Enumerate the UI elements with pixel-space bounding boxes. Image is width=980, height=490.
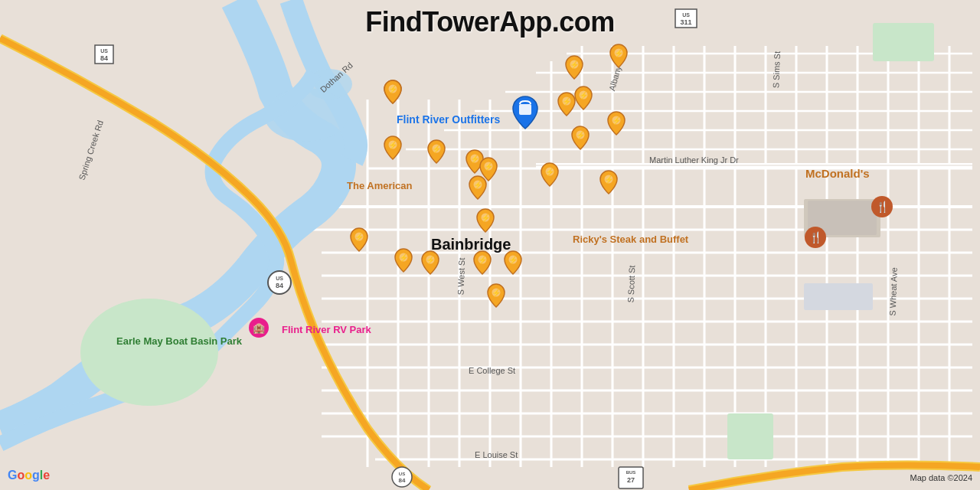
google-logo: Google [8, 469, 50, 482]
svg-text:US: US [276, 276, 283, 281]
svg-text:⚡: ⚡ [604, 175, 614, 185]
s-scott-label: S Scott St [626, 265, 637, 302]
svg-text:⚡: ⚡ [508, 255, 518, 265]
tower-pin-t15[interactable]: ⚡ [475, 207, 495, 234]
map-attribution: Map data ©2024 [910, 473, 973, 482]
svg-text:⚡: ⚡ [399, 253, 409, 263]
svg-text:27: 27 [627, 476, 635, 484]
svg-text:⚡: ⚡ [492, 288, 501, 298]
tower-pin-t13[interactable]: ⚡ [540, 162, 560, 188]
svg-text:⚡: ⚡ [388, 140, 398, 150]
svg-text:84: 84 [100, 54, 108, 62]
svg-text:⚡: ⚡ [484, 162, 494, 172]
bus27-badge: BUS 27 [617, 466, 645, 490]
svg-rect-45 [804, 283, 873, 310]
svg-text:⚡: ⚡ [579, 90, 589, 100]
svg-text:⚡: ⚡ [614, 48, 624, 58]
tower-pin-t14[interactable]: ⚡ [599, 169, 619, 195]
e-college-label: E College St [469, 366, 515, 375]
tower-pin-t3[interactable]: ⚡ [609, 43, 629, 69]
the-american-label: The American [347, 180, 413, 191]
svg-text:⚡: ⚡ [388, 84, 398, 94]
svg-text:BUS: BUS [626, 470, 636, 475]
mcdonalds-icon[interactable]: 🍴 [871, 196, 893, 217]
flint-rv-label: Flint River RV Park [282, 324, 371, 335]
tower-pin-t8[interactable]: ⚡ [383, 135, 403, 161]
svg-text:311: 311 [680, 18, 691, 26]
mlk-label: Martin Luther King Jr Dr [649, 155, 739, 165]
svg-text:⚡: ⚡ [426, 255, 436, 265]
svg-text:⚡: ⚡ [570, 60, 580, 70]
svg-text:⚡: ⚡ [481, 213, 491, 223]
tower-pin-t9[interactable]: ⚡ [426, 139, 446, 165]
rickys-icon[interactable]: 🍴 [805, 227, 826, 248]
tower-pin-t5[interactable]: ⚡ [573, 85, 593, 111]
tower-pin-t17[interactable]: ⚡ [394, 247, 413, 273]
mcdonalds-label: McDonald's [805, 167, 870, 180]
s-west-label: S West St [456, 257, 467, 295]
tower-pin-t1[interactable]: ⚡ [383, 79, 403, 105]
tower-pin-t21[interactable]: ⚡ [486, 283, 506, 309]
s-sims-label: S Sims St [771, 51, 782, 89]
svg-text:⚡: ⚡ [354, 232, 364, 242]
bainbridge-label: Bainbridge [431, 236, 511, 253]
hwy311-badge: US 311 [672, 6, 700, 34]
tower-pin-t18[interactable]: ⚡ [420, 250, 440, 276]
svg-text:⚡: ⚡ [432, 144, 442, 154]
svg-rect-44 [727, 413, 773, 459]
earle-may-label: Earle May Boat Basin Park [116, 335, 193, 347]
tower-pin-t19[interactable]: ⚡ [472, 250, 492, 276]
svg-text:⚡: ⚡ [562, 96, 572, 106]
svg-text:US: US [100, 48, 108, 54]
svg-text:US: US [682, 12, 690, 18]
outfitters-pin[interactable] [511, 95, 539, 130]
hwy84-badge-bot: US 84 [390, 466, 414, 490]
svg-text:⚡: ⚡ [478, 255, 488, 265]
e-louise-label: E Louise St [475, 450, 518, 459]
svg-point-42 [80, 299, 218, 406]
svg-text:84: 84 [276, 282, 283, 289]
svg-rect-52 [519, 104, 531, 115]
s-wheat-label: S Wheat Ave [888, 267, 899, 316]
tower-pin-t6[interactable]: ⚡ [606, 110, 626, 136]
tower-pin-t20[interactable]: ⚡ [503, 250, 523, 276]
map-container: FindTowerApp.com 📡 🍴 🍴 🏨 Flint River Out… [0, 0, 980, 490]
tower-pin-t7[interactable]: ⚡ [570, 125, 590, 151]
tower-pin-t16[interactable]: ⚡ [349, 227, 369, 253]
rv-park-pin[interactable]: 🏨 [249, 318, 269, 338]
tower-pin-t2[interactable]: ⚡ [564, 54, 584, 80]
rickys-label: Ricky's Steak and Buffet [573, 234, 688, 245]
svg-text:⚡: ⚡ [545, 167, 555, 177]
tower-pin-t12[interactable]: ⚡ [468, 175, 488, 201]
hwy84-badge-mid: US 84 [266, 270, 292, 299]
flint-outfitters-label: Flint River Outfitters [397, 113, 500, 126]
svg-text:⚡: ⚡ [612, 116, 622, 126]
svg-text:US: US [399, 472, 405, 476]
svg-text:⚡: ⚡ [473, 180, 483, 190]
svg-text:84: 84 [399, 477, 406, 484]
hwy84-badge-tl: US 84 [92, 42, 116, 70]
svg-text:⚡: ⚡ [576, 130, 586, 140]
page-title: FindTowerApp.com [365, 6, 614, 38]
svg-rect-43 [873, 23, 934, 61]
